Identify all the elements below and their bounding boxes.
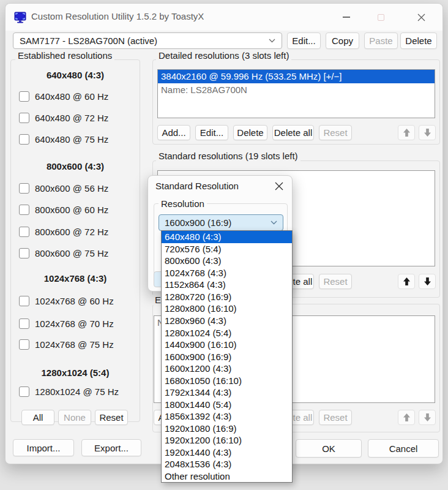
detailed-delete-all-button[interactable]: Delete all xyxy=(272,125,314,140)
dropdown-option[interactable]: 800x600 (4:3) xyxy=(162,255,292,267)
established-all-button[interactable]: All xyxy=(21,410,54,425)
checkbox-unchecked-icon[interactable] xyxy=(19,339,29,350)
maximize-button xyxy=(370,10,391,24)
established-row[interactable]: 1280x1024 @ 75 Hz xyxy=(19,386,119,397)
display-select[interactable]: SAM7177 - LS28AG700N (active) xyxy=(13,32,282,49)
standard-group-label: Standard resolutions (19 slots left) xyxy=(156,151,301,161)
dropdown-option[interactable]: 1280x800 (16:10) xyxy=(162,303,292,315)
dropdown-option[interactable]: Other resolution xyxy=(162,470,292,483)
resolution-dropdown-list[interactable]: 640x480 (4:3) 720x576 (5:4) 800x600 (4:3… xyxy=(161,230,293,483)
export-button[interactable]: Export... xyxy=(81,439,141,456)
detailed-delete-button[interactable]: Delete xyxy=(233,125,267,140)
dropdown-option[interactable]: 1920x1200 (16:10) xyxy=(162,434,292,447)
resolution-group-label: Resolution xyxy=(159,198,207,209)
checkbox-label: 1280x1024 @ 75 Hz xyxy=(35,386,119,397)
dropdown-option[interactable]: 1280x720 (16:9) xyxy=(162,291,292,303)
dropdown-option[interactable]: 1600x900 (16:9) xyxy=(162,350,292,363)
checkbox-label: 1024x768 @ 70 Hz xyxy=(35,318,114,329)
checkbox-unchecked-icon[interactable] xyxy=(19,134,29,145)
standard-move-down-button[interactable] xyxy=(419,274,436,289)
dropdown-option[interactable]: 1440x900 (16:10) xyxy=(162,339,292,351)
checkbox-label: 800x600 @ 75 Hz xyxy=(35,248,108,258)
chevron-down-icon xyxy=(269,39,275,43)
standard-reset-button: Reset xyxy=(319,274,352,289)
dropdown-option[interactable]: 1280x960 (4:3) xyxy=(162,315,292,327)
established-row[interactable]: 800x600 @ 72 Hz xyxy=(19,226,108,237)
extension-reset-button: Reset xyxy=(319,410,352,425)
dropdown-option-selected[interactable]: 640x480 (4:3) xyxy=(162,231,292,243)
display-edit-button[interactable]: Edit... xyxy=(287,32,321,49)
minimize-button[interactable] xyxy=(336,10,357,24)
checkbox-label: 640x480 @ 72 Hz xyxy=(35,113,108,123)
resolution-combobox[interactable]: 1600x900 (16:9) xyxy=(159,214,283,231)
cancel-button[interactable]: Cancel xyxy=(368,439,439,458)
dropdown-option[interactable]: 2048x1536 (4:3) xyxy=(162,458,292,470)
established-row[interactable]: 800x600 @ 60 Hz xyxy=(19,204,108,215)
display-delete-button[interactable]: Delete xyxy=(400,32,437,49)
checkbox-unchecked-icon[interactable] xyxy=(19,91,29,102)
dropdown-option[interactable]: 720x576 (5:4) xyxy=(162,243,292,255)
established-none-button: None xyxy=(58,410,91,425)
detailed-move-down-button xyxy=(419,125,436,140)
arrow-up-icon xyxy=(403,277,410,285)
display-select-value: SAM7177 - LS28AG700N (active) xyxy=(20,36,157,46)
maximize-icon xyxy=(378,14,384,21)
established-row[interactable]: 800x600 @ 56 Hz xyxy=(19,183,108,194)
dropdown-option[interactable]: 1792x1344 (4:3) xyxy=(162,386,292,399)
checkbox-label: 640x480 @ 60 Hz xyxy=(35,91,108,102)
established-row[interactable]: 1024x768 @ 70 Hz xyxy=(19,318,114,329)
checkbox-label: 1024x768 @ 60 Hz xyxy=(35,296,114,306)
dropdown-option[interactable]: 1680x1050 (16:10) xyxy=(162,374,292,386)
dropdown-option[interactable]: 1024x768 (4:3) xyxy=(162,267,292,279)
resolution-combobox-value: 1600x900 (16:9) xyxy=(165,217,231,228)
detailed-edit-button[interactable]: Edit... xyxy=(195,125,228,140)
checkbox-label: 800x600 @ 72 Hz xyxy=(35,227,108,237)
detailed-list[interactable]: 3840x2160 @ 59.996 Hz (533.25 MHz) [+/−]… xyxy=(157,69,435,118)
dropdown-option[interactable]: 1856x1392 (4:3) xyxy=(162,410,292,423)
established-reset-button[interactable]: Reset xyxy=(95,410,128,425)
detailed-move-up-button xyxy=(398,125,415,140)
close-icon xyxy=(275,182,283,190)
dropdown-option[interactable]: 1920x1440 (4:3) xyxy=(162,447,292,459)
close-button[interactable] xyxy=(411,10,431,24)
checkbox-unchecked-icon[interactable] xyxy=(19,205,29,215)
established-row[interactable]: 640x480 @ 60 Hz xyxy=(19,91,108,102)
arrow-up-icon xyxy=(403,413,410,421)
established-row[interactable]: 640x480 @ 75 Hz xyxy=(19,134,108,145)
detailed-list-row-name[interactable]: Name: LS28AG700N xyxy=(158,83,435,97)
detailed-list-row-selected[interactable]: 3840x2160 @ 59.996 Hz (533.25 MHz) [+/−] xyxy=(158,70,435,83)
minimize-icon xyxy=(343,17,350,18)
checkbox-unchecked-icon[interactable] xyxy=(19,227,29,237)
ok-button[interactable]: OK xyxy=(296,439,362,458)
display-copy-button[interactable]: Copy xyxy=(326,32,359,49)
checkbox-unchecked-icon[interactable] xyxy=(19,248,29,258)
dialog-close-button[interactable] xyxy=(271,179,287,194)
established-row[interactable]: 1024x768 @ 75 Hz xyxy=(19,339,114,350)
detailed-add-button[interactable]: Add... xyxy=(157,125,190,140)
import-button[interactable]: Import... xyxy=(13,439,74,456)
dropdown-option[interactable]: 1800x1440 (5:4) xyxy=(162,398,292,410)
dropdown-option[interactable]: 1600x1200 (4:3) xyxy=(162,363,292,375)
arrow-down-icon xyxy=(424,413,431,421)
extension-move-up-button xyxy=(398,410,415,425)
checkbox-unchecked-icon[interactable] xyxy=(19,183,29,194)
display-paste-button: Paste xyxy=(364,32,398,49)
checkbox-label: 1024x768 @ 75 Hz xyxy=(35,339,114,350)
checkbox-unchecked-icon[interactable] xyxy=(19,113,29,123)
dropdown-option[interactable]: 1280x1024 (5:4) xyxy=(162,326,292,339)
checkbox-label: 800x600 @ 60 Hz xyxy=(35,205,108,215)
detailed-reset-button: Reset xyxy=(319,125,352,140)
established-row[interactable]: 1024x768 @ 60 Hz xyxy=(19,295,114,306)
standard-move-up-button[interactable] xyxy=(398,274,415,289)
checkbox-unchecked-icon[interactable] xyxy=(19,296,29,306)
established-row[interactable]: 800x600 @ 75 Hz xyxy=(19,247,108,258)
dropdown-option[interactable]: 1152x864 (4:3) xyxy=(162,279,292,291)
arrow-down-icon xyxy=(424,129,431,137)
extension-move-down-button xyxy=(419,410,436,425)
checkbox-unchecked-icon[interactable] xyxy=(19,386,29,397)
dropdown-option[interactable]: 1920x1080 (16:9) xyxy=(162,423,292,435)
window-title: Custom Resolution Utility 1.5.2 by Toast… xyxy=(31,11,204,21)
title-bar: Custom Resolution Utility 1.5.2 by Toast… xyxy=(6,4,442,31)
checkbox-unchecked-icon[interactable] xyxy=(19,318,29,329)
established-row[interactable]: 640x480 @ 72 Hz xyxy=(19,112,108,123)
